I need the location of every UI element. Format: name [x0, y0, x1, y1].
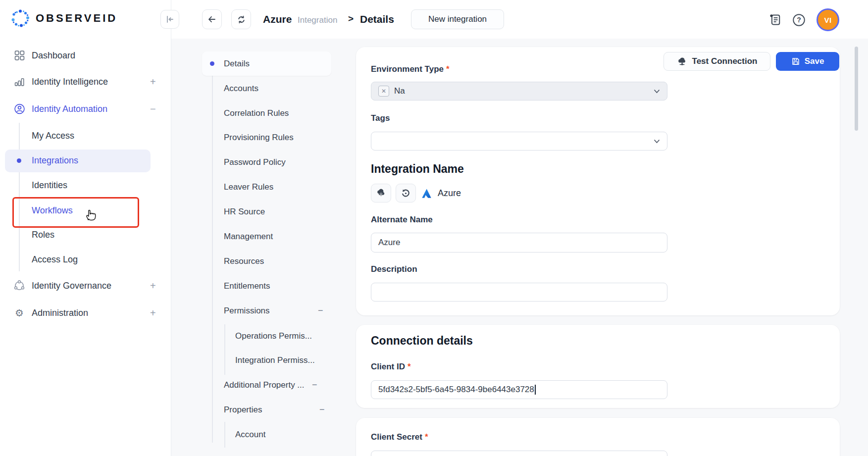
bar-chart-icon: [13, 77, 25, 87]
connection-details-card: Connection details Client ID * 5fd342s2-…: [356, 325, 840, 408]
client-secret-card: Client Secret *: [356, 418, 840, 456]
user-avatar[interactable]: VI: [817, 8, 839, 31]
subnav-item-password-policy[interactable]: Password Policy: [224, 156, 286, 168]
subnav-item-details-label[interactable]: Details: [224, 58, 250, 70]
sidebar-item-integrations[interactable]: Integrations: [0, 150, 171, 171]
environment-type-select[interactable]: ✕ Na: [371, 82, 667, 101]
subnav-item-details[interactable]: [202, 51, 331, 76]
help-button[interactable]: ?: [792, 13, 806, 29]
client-secret-label: Client Secret *: [371, 431, 428, 443]
client-secret-input[interactable]: [371, 451, 667, 456]
client-id-value: 5fd342s2-5bf5-6a45-9834-9be6443e3728: [378, 385, 534, 395]
save-label: Save: [805, 56, 824, 66]
refresh-icon: [237, 15, 246, 24]
remove-selection-icon[interactable]: ✕: [378, 86, 389, 97]
mouse-cursor-pointer: [83, 207, 98, 224]
subnav-label: Details: [224, 59, 250, 69]
alternate-name-label: Alternate Name: [371, 214, 433, 226]
subnav-label: Leaver Rules: [224, 182, 273, 192]
subnav-item-account[interactable]: Account: [235, 429, 265, 441]
description-label: Description: [371, 263, 417, 275]
expand-toggle[interactable]: +: [150, 76, 156, 88]
subnav-item-entitlements[interactable]: Entitlements: [224, 280, 270, 292]
expand-toggle[interactable]: +: [150, 307, 156, 319]
sidebar-item-identity-governance[interactable]: Identity Governance +: [0, 275, 171, 297]
chevron-down-icon[interactable]: [654, 89, 660, 94]
dashboard-grid-icon: [13, 51, 25, 61]
activity-log-button[interactable]: [769, 13, 782, 28]
label-text: Alternate Name: [371, 215, 433, 225]
subnav-item-provisioning-rules[interactable]: Provisioning Rules: [224, 132, 294, 144]
permissions-collapse-toggle[interactable]: −: [318, 305, 323, 316]
subnav-item-resources[interactable]: Resources: [224, 255, 264, 267]
sidebar-item-label: Dashboard: [32, 51, 75, 61]
sidebar-item-access-log[interactable]: Access Log: [0, 249, 171, 270]
sidebar-item-label: Identity Intelligence: [32, 77, 108, 87]
brand-logo[interactable]: OBSERVEID: [10, 8, 117, 29]
subnav-item-management[interactable]: Management: [224, 231, 273, 243]
subnav-item-properties[interactable]: Properties: [224, 404, 262, 416]
test-connection-label: Test Connection: [692, 56, 758, 66]
brand-name: OBSERVEID: [36, 12, 117, 25]
sidebar-item-identity-automation[interactable]: Identity Automation −: [0, 98, 171, 120]
subnav-label: Password Policy: [224, 157, 286, 167]
refresh-button[interactable]: [231, 9, 251, 29]
upload-logo-button[interactable]: [371, 184, 391, 203]
governance-network-icon: [13, 280, 25, 291]
details-card: Test Connection Save Environment Type * …: [356, 47, 840, 315]
text-caret: [535, 385, 536, 395]
provider-row: Azure: [421, 188, 461, 199]
sidebar-item-administration[interactable]: ⚙ Administration +: [0, 302, 171, 324]
alternate-name-input[interactable]: [371, 233, 667, 253]
subnav-item-additional-property[interactable]: Additional Property ...: [224, 379, 305, 391]
tags-select[interactable]: [371, 132, 667, 151]
subnav-item-hr-source[interactable]: HR Source: [224, 206, 265, 218]
sidebar-item-label: Identities: [32, 180, 67, 191]
subnav-label: Resources: [224, 256, 264, 266]
required-asterisk: *: [408, 362, 411, 372]
vertical-scrollbar-thumb[interactable]: [855, 47, 858, 131]
additional-property-collapse-toggle[interactable]: −: [312, 380, 317, 390]
subnav-guide-line: [212, 51, 213, 443]
description-input[interactable]: [371, 283, 667, 302]
subnav-label: Integration Permiss...: [235, 355, 315, 365]
subnav-item-leaver-rules[interactable]: Leaver Rules: [224, 181, 273, 193]
subnav-item-correlation-rules[interactable]: Correlation Rules: [224, 107, 289, 119]
collapse-toggle[interactable]: −: [150, 103, 156, 115]
sidebar-item-dashboard[interactable]: Dashboard: [0, 45, 171, 66]
sidebar-item-identity-intelligence[interactable]: Identity Intelligence +: [0, 71, 171, 93]
collapse-sidebar-button[interactable]: [160, 10, 179, 29]
subnav-label: Accounts: [224, 84, 258, 94]
back-arrow-icon: [207, 14, 217, 24]
chevron-down-icon[interactable]: [654, 139, 660, 144]
azure-logo-icon: [421, 188, 432, 199]
sidebar-item-my-access[interactable]: My Access: [0, 125, 171, 147]
expand-toggle[interactable]: +: [150, 280, 156, 292]
collapse-to-left-icon: [165, 15, 174, 24]
new-integration-button[interactable]: New integration: [411, 9, 504, 29]
subnav-child-guide-line-properties: [224, 422, 225, 448]
avatar-initials: VI: [824, 16, 831, 24]
properties-collapse-toggle[interactable]: −: [319, 405, 325, 415]
subnav-item-operations-permissions[interactable]: Operations Permis...: [235, 330, 312, 342]
test-connection-button[interactable]: Test Connection: [664, 52, 770, 71]
sidebar-item-identities[interactable]: Identities: [0, 174, 171, 196]
back-button[interactable]: [202, 9, 222, 29]
client-id-input[interactable]: 5fd342s2-5bf5-6a45-9834-9be6443e3728: [371, 380, 667, 399]
primary-sidebar: OBSERVEID Dashboard Identity Intelligenc…: [0, 0, 171, 456]
subnav-child-guide-line-permissions: [224, 324, 225, 375]
sidebar-item-label: Access Log: [32, 254, 78, 265]
save-button[interactable]: Save: [776, 52, 839, 71]
subnav-label: Additional Property ...: [224, 380, 305, 390]
environment-type-value: Na: [394, 86, 405, 96]
breadcrumb-title: Azure: [263, 13, 292, 25]
subnav-item-permissions[interactable]: Permissions: [224, 305, 270, 317]
subnav-label: Management: [224, 232, 273, 242]
subnav-label: Permissions: [224, 306, 270, 316]
observeid-logo-icon: [10, 8, 31, 29]
subnav-item-accounts[interactable]: Accounts: [224, 83, 258, 95]
gear-icon: ⚙: [13, 307, 25, 319]
notes-list-icon: [769, 13, 782, 26]
restore-logo-button[interactable]: [396, 184, 416, 203]
subnav-item-integration-permissions[interactable]: Integration Permiss...: [235, 355, 315, 366]
